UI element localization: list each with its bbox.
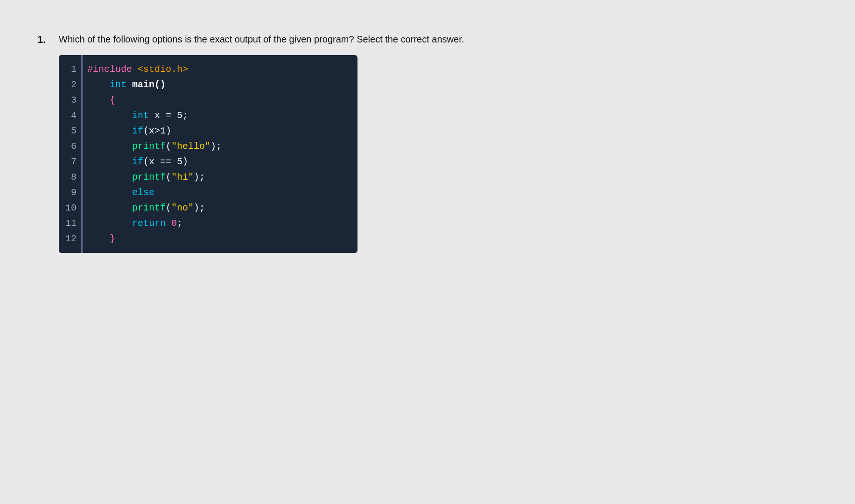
var-x: x = 5; [154,110,188,121]
line-num-9: 9 [71,185,77,200]
line-numbers: 1 2 3 4 5 6 7 8 9 10 11 12 [59,55,81,253]
line-num-4: 4 [71,108,77,123]
printf-hi: printf [132,172,166,182]
open-brace: { [110,95,115,105]
code-line-12: } [87,231,348,246]
header-file: <stdio.h> [138,64,188,75]
code-content: #include <stdio.h> int main() { int x = … [81,55,357,253]
question-number: 1. [37,34,51,46]
line-num-11: 11 [65,216,77,231]
int-keyword-main: int [110,79,126,90]
question-text: Which of the following options is the ex… [59,33,464,46]
code-line-10: printf("no"); [87,200,348,216]
printf-hello: printf [132,141,166,152]
code-line-11: return 0; [87,216,348,231]
else-keyword: else [132,187,154,198]
string-hello: "hello" [171,141,210,152]
line-num-12: 12 [65,231,77,246]
question-container: 1. Which of the following options is the… [37,33,818,253]
line-num-8: 8 [71,169,77,185]
if-condition-2: (x == 5) [143,156,188,167]
return-value: 0 [171,218,177,229]
code-line-5: if(x>1) [87,123,348,139]
code-line-8: printf("hi"); [87,169,348,185]
return-keyword: return [132,218,166,229]
include-keyword: #include [87,64,132,75]
line-num-6: 6 [71,139,77,154]
main-function: main() [132,79,166,90]
code-line-3: { [87,92,348,108]
string-hi: "hi" [171,172,194,182]
code-block: 1 2 3 4 5 6 7 8 9 10 11 12 #include <std… [59,55,357,253]
code-line-2: int main() [87,77,348,92]
code-line-6: printf("hello"); [87,139,348,154]
line-num-7: 7 [71,154,77,169]
int-keyword-var: int [132,110,149,121]
close-brace: } [110,233,115,244]
line-num-10: 10 [65,200,77,216]
code-line-1: #include <stdio.h> [87,62,348,77]
printf-no: printf [132,203,166,213]
code-line-7: if(x == 5) [87,154,348,169]
line-num-3: 3 [71,92,77,108]
string-no: "no" [171,203,194,213]
code-line-4: int x = 5; [87,108,348,123]
if-condition-1: (x>1) [143,126,171,136]
question-body: Which of the following options is the ex… [59,33,464,253]
if-keyword-2: if [132,156,143,167]
page-content: 1. Which of the following options is the… [37,19,818,253]
if-keyword-1: if [132,126,143,136]
code-line-9: else [87,185,348,200]
line-num-5: 5 [71,123,77,139]
line-num-1: 1 [71,62,77,77]
line-num-2: 2 [71,77,77,92]
